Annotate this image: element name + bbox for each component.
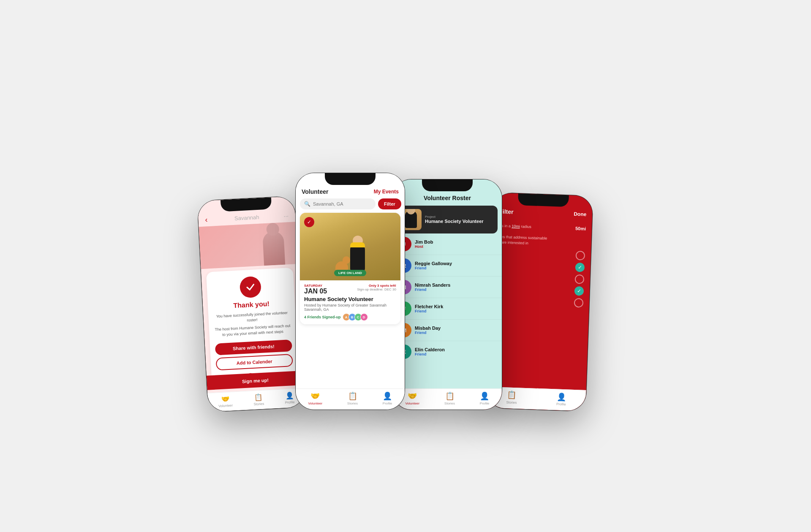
tab-volunteer-active[interactable]: 🤝 Volunteer — [308, 391, 322, 405]
roster-item-4: F Fletcher Kirk Friend — [393, 298, 502, 320]
sign-me-up-text: Sign me up! — [242, 377, 269, 384]
radius-link[interactable]: 10mi — [512, 224, 520, 229]
tab-stories-p4[interactable]: 📋 Stories — [506, 390, 517, 404]
friends-count: 4 Friends Signed-up — [304, 315, 341, 319]
event-date: JAN 05 — [304, 288, 327, 295]
stories-label: Stories — [253, 402, 264, 406]
checkbox-2[interactable] — [575, 263, 585, 272]
phone-filter: Filter Done ies in a 10mi radius 50mi it… — [486, 193, 593, 411]
profile-label: Profile — [383, 402, 392, 405]
profile-icon-p3: 👤 — [480, 391, 489, 401]
phone3-bottom-nav: 🤝 Volunteer 📋 Stories 👤 Profile — [393, 388, 502, 410]
tab-profile[interactable]: 👤 Profile — [285, 391, 295, 404]
deadline-text: Sign-up deadline: DEC 30 — [357, 288, 396, 291]
checkbox-1[interactable] — [576, 251, 585, 261]
roster-item-6: E Elin Calderon Friend — [393, 341, 502, 362]
search-box: 🔍 — [300, 198, 376, 209]
search-row: 🔍 Filter — [296, 198, 405, 213]
stories-label: Stories — [347, 402, 358, 405]
spots-text: Only 3 spots left! — [357, 284, 396, 288]
info-reggie: Reggie Galloway Friend — [415, 261, 498, 270]
tab-stories-inactive[interactable]: 📋 Stories — [347, 391, 358, 405]
roster-item-2: R Reggie Galloway Friend — [393, 255, 502, 277]
role-misbah: Friend — [415, 331, 498, 335]
checkbox-row-1 — [498, 248, 585, 261]
my-events-link[interactable]: My Events — [374, 189, 399, 195]
radius-row: ies in a 10mi radius 50mi — [498, 223, 586, 231]
project-name: Humane Society Volunteer — [425, 219, 494, 224]
tab-volunteer[interactable]: 🤝 Volunteer — [218, 395, 233, 408]
proj-person — [405, 211, 417, 228]
notch-2 — [325, 173, 376, 185]
name-reggie: Reggie Galloway — [415, 261, 498, 266]
profile-label-p4: Profile — [556, 402, 566, 407]
app-scene: ‹ Savannah ··· Thank you! — [110, 76, 701, 456]
shirt-accent — [350, 242, 365, 247]
checkbox-3[interactable] — [575, 274, 585, 284]
success-message2: The host from Humane Society will reach … — [214, 323, 291, 338]
more-options[interactable]: ··· — [283, 212, 288, 220]
profile-icon: 👤 — [285, 391, 294, 400]
tab-stories[interactable]: 📋 Stories — [253, 393, 264, 406]
volunteer-icon-p3: 🤝 — [408, 391, 417, 401]
checkbox-5[interactable] — [574, 298, 584, 308]
profile-icon: 👤 — [383, 391, 392, 401]
info-fletcher: Fletcher Kirk Friend — [415, 304, 498, 313]
phone-volunteer-roster: Volunteer Roster Project Humane Society … — [393, 179, 502, 410]
project-info: Project Humane Society Volunteer — [425, 215, 494, 224]
checkbox-list — [496, 248, 585, 308]
phone-thankyou: ‹ Savannah ··· Thank you! — [197, 196, 305, 412]
info-elin: Elin Calderon Friend — [415, 347, 498, 356]
name-nimrah: Nimrah Sanders — [415, 282, 498, 288]
roster-title: Volunteer Roster — [399, 195, 496, 201]
event-card-body: SATURDAY JAN 05 Only 3 spots left! Sign-… — [300, 280, 400, 324]
checkbox-row-2 — [497, 260, 585, 272]
phone2-title: Volunteer — [302, 188, 329, 195]
checked-badge: ✓ — [304, 217, 314, 227]
search-input[interactable] — [313, 201, 371, 206]
tab-stories-p3[interactable]: 📋 Stories — [444, 391, 455, 405]
role-jimBob: Host — [415, 244, 498, 249]
event-day: SATURDAY — [304, 284, 327, 288]
phone1-title: Savannah — [234, 214, 259, 222]
phone-volunteer-list: Volunteer My Events 🔍 Filter — [296, 173, 405, 410]
tab-profile-p4[interactable]: 👤 Profile — [556, 392, 566, 407]
share-friends-button[interactable]: Share with friends! — [215, 339, 292, 355]
filter-desc: ities that address sustainableu are inte… — [498, 234, 586, 247]
phone1-bg-image — [199, 222, 298, 269]
event-title: Humane Society Volunteer — [304, 296, 396, 302]
stories-icon: 📋 — [254, 393, 263, 402]
profile-label: Profile — [285, 400, 295, 404]
done-button[interactable]: Done — [574, 211, 586, 217]
name-fletcher: Fletcher Kirk — [415, 304, 498, 309]
name-misbah: Misbah Day — [415, 326, 498, 331]
roster-item-1: J Jim Bob Host — [393, 233, 502, 255]
volunteer-label-p3: Volunteer — [405, 402, 419, 405]
success-message1: You have successfully joined the volunte… — [213, 310, 291, 325]
phones-wrapper: ‹ Savannah ··· Thank you! — [182, 135, 629, 431]
role-elin: Friend — [415, 352, 498, 356]
life-on-land-badge: LIFE ON LAND — [334, 270, 366, 276]
phone2-bottom-nav: 🤝 Volunteer 📋 Stories 👤 Profile — [296, 388, 405, 410]
add-to-calendar-button[interactable]: Add to Calender — [216, 354, 293, 370]
checkbox-row-4 — [496, 284, 584, 296]
tab-volunteer-p3[interactable]: 🤝 Volunteer — [405, 391, 419, 405]
filter-button[interactable]: Filter — [378, 198, 401, 209]
name-elin: Elin Calderon — [415, 347, 498, 352]
date-info: SATURDAY JAN 05 — [304, 284, 327, 295]
tab-profile-inactive[interactable]: 👤 Profile — [383, 391, 392, 405]
spots-info: Only 3 spots left! Sign-up deadline: DEC… — [357, 284, 396, 291]
role-reggie: Friend — [415, 266, 498, 270]
roster-list: J Jim Bob Host R Reggie Galloway Friend — [393, 233, 502, 391]
roster-item-3: N Nimrah Sanders Friend — [393, 277, 502, 298]
filter-body: ies in a 10mi radius 50mi ities that add… — [486, 219, 592, 411]
stories-icon: 📋 — [348, 391, 357, 401]
volunteer-icon-active: 🤝 — [310, 391, 320, 401]
checkbox-4[interactable] — [574, 286, 584, 296]
back-arrow[interactable]: ‹ — [205, 215, 208, 224]
event-host: Hosted by Humane Society of Greater Sava… — [304, 303, 396, 307]
project-card: Project Humane Society Volunteer — [397, 206, 498, 233]
project-label: Project — [425, 215, 494, 219]
tab-profile-p3[interactable]: 👤 Profile — [480, 391, 490, 405]
illustration — [335, 242, 365, 272]
